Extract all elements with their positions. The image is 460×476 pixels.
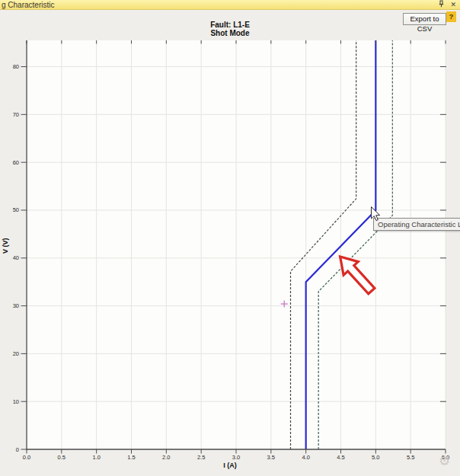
x-axis-label: I (A) (0, 462, 460, 469)
svg-text:70: 70 (13, 111, 19, 118)
svg-text:2.0: 2.0 (162, 454, 170, 461)
operating-characteristic-panel: g Characteristic ✕ Export to CSV ? 0.00.… (0, 0, 460, 476)
svg-text:10: 10 (13, 398, 19, 405)
pushpin-icon[interactable] (438, 0, 445, 9)
mouse-cursor-icon (371, 206, 382, 225)
svg-text:5.5: 5.5 (407, 454, 414, 461)
y-axis-label: V (V) (2, 238, 9, 254)
panel-title: g Characteristic (2, 1, 54, 9)
hover-tooltip: Operating Characteristic LN (373, 218, 460, 231)
svg-text:40: 40 (13, 254, 19, 261)
svg-text:4.5: 4.5 (337, 454, 344, 461)
export-to-csv-button[interactable]: Export to CSV (403, 13, 446, 25)
svg-text:30: 30 (13, 302, 19, 309)
operating-characteristic-chart[interactable]: 0.00.51.01.52.02.53.03.54.04.55.05.56.00… (0, 0, 460, 476)
svg-text:20: 20 (13, 350, 19, 357)
svg-text:50: 50 (13, 206, 19, 213)
close-icon[interactable]: ✕ (450, 2, 456, 8)
svg-text:4.0: 4.0 (302, 454, 309, 461)
svg-text:80: 80 (13, 63, 19, 70)
svg-text:1.5: 1.5 (127, 454, 135, 461)
chart-title: Fault: L1-E (0, 21, 460, 29)
svg-text:0: 0 (16, 446, 19, 453)
chart-subtitle: Shot Mode (0, 29, 460, 37)
svg-text:60: 60 (13, 159, 19, 166)
svg-text:2.5: 2.5 (197, 454, 205, 461)
svg-text:3.0: 3.0 (232, 454, 240, 461)
panel-titlebar: g Characteristic ✕ (0, 0, 460, 10)
svg-text:0.5: 0.5 (58, 454, 65, 461)
svg-text:1.0: 1.0 (92, 454, 100, 461)
svg-text:3.5: 3.5 (267, 454, 275, 461)
svg-text:0.0: 0.0 (23, 454, 30, 461)
help-badge[interactable]: ? (446, 11, 456, 22)
svg-text:5.0: 5.0 (372, 454, 379, 461)
